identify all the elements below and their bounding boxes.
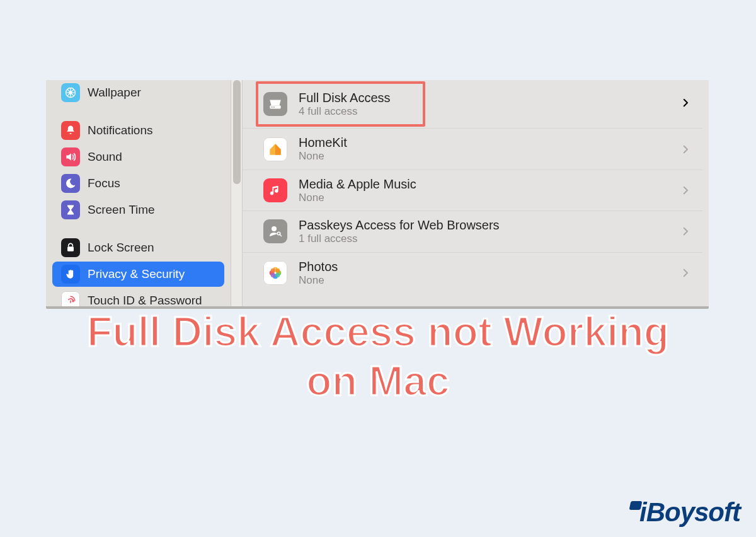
home-icon — [263, 137, 287, 161]
hourglass-icon — [61, 200, 80, 219]
moon-icon — [61, 174, 80, 193]
lock-icon — [61, 238, 80, 257]
svg-rect-5 — [273, 107, 275, 108]
sidebar-item-label: Screen Time — [88, 203, 155, 217]
row-title: Full Disk Access — [299, 90, 420, 105]
svg-rect-2 — [67, 246, 74, 251]
row-photos[interactable]: Photos None — [243, 252, 702, 293]
row-text: HomeKit None — [299, 135, 680, 163]
chevron-right-icon — [680, 185, 691, 196]
fingerprint-icon — [61, 291, 80, 306]
sidebar-item-label: Notifications — [88, 124, 153, 137]
svg-point-13 — [275, 273, 280, 277]
sidebar-item-label: Sound — [88, 150, 122, 164]
music-icon — [263, 178, 287, 202]
row-text: Media & Apple Music None — [299, 176, 680, 204]
svg-point-1 — [69, 91, 72, 94]
sidebar-item-focus[interactable]: Focus — [52, 171, 224, 196]
brand-mark-icon — [629, 501, 643, 510]
scrollbar-thumb[interactable] — [233, 80, 241, 184]
row-subtitle: None — [299, 274, 680, 287]
sidebar-item-label: Focus — [88, 176, 120, 190]
row-subtitle: None — [299, 192, 680, 204]
sidebar-item-label: Wallpaper — [88, 86, 141, 100]
chevron-right-icon — [680, 267, 691, 279]
sidebar-item-label: Touch ID & Password — [88, 294, 202, 306]
sidebar-item-sound[interactable]: Sound — [52, 144, 224, 170]
privacy-list: Full Disk Access 4 full access HomeKi — [243, 80, 702, 293]
disk-icon — [263, 92, 287, 116]
caption-line-2: on Mac — [306, 357, 449, 404]
photos-icon — [263, 261, 287, 285]
sidebar-item-label: Lock Screen — [88, 241, 154, 255]
brand-text: iBoysoft — [639, 497, 740, 528]
wallpaper-icon — [61, 83, 80, 102]
highlight-frame: Full Disk Access 4 full access — [256, 81, 425, 127]
chevron-right-icon — [680, 144, 691, 155]
settings-sidebar: Wallpaper Notifications Sound Focus — [46, 80, 231, 306]
sidebar-item-screen-time[interactable]: Screen Time — [52, 197, 224, 222]
brand-logo: iBoysoft — [630, 497, 740, 528]
person-key-icon — [263, 219, 287, 243]
row-subtitle: 4 full access — [299, 105, 420, 118]
sidebar-item-touch-id[interactable]: Touch ID & Password — [52, 288, 224, 306]
row-full-disk-access[interactable]: Full Disk Access 4 full access — [258, 84, 423, 124]
svg-point-15 — [271, 268, 275, 272]
row-subtitle: 1 full access — [299, 233, 680, 245]
row-text: Photos None — [299, 259, 680, 287]
row-subtitle: None — [299, 150, 680, 163]
row-title: Passkeys Access for Web Browsers — [299, 217, 680, 233]
privacy-content: Full Disk Access 4 full access HomeKi — [243, 80, 709, 306]
svg-point-6 — [272, 226, 277, 231]
chevron-right-icon — [680, 226, 691, 237]
bell-icon — [61, 121, 80, 140]
svg-point-12 — [275, 268, 280, 272]
hand-icon — [61, 265, 80, 284]
sidebar-item-notifications[interactable]: Notifications — [52, 118, 224, 143]
row-text: Full Disk Access 4 full access — [299, 90, 420, 118]
svg-point-14 — [271, 273, 275, 277]
sound-icon — [61, 147, 80, 166]
sidebar-scrollbar[interactable] — [231, 80, 243, 306]
row-text: Passkeys Access for Web Browsers 1 full … — [299, 217, 680, 245]
sidebar-item-label: Privacy & Security — [88, 267, 185, 281]
sidebar-item-wallpaper[interactable]: Wallpaper — [52, 80, 224, 105]
row-passkeys[interactable]: Passkeys Access for Web Browsers 1 full … — [243, 211, 702, 251]
sidebar-item-lock-screen[interactable]: Lock Screen — [52, 235, 224, 260]
row-homekit[interactable]: HomeKit None — [243, 128, 702, 169]
highlight-full-disk-access: Full Disk Access 4 full access — [243, 80, 702, 128]
row-title: Photos — [299, 259, 680, 274]
caption-line-1: Full Disk Access not Working — [87, 308, 669, 355]
chevron-right-icon — [680, 97, 691, 111]
system-settings-window: Wallpaper Notifications Sound Focus — [46, 80, 709, 309]
sidebar-item-privacy-security[interactable]: Privacy & Security — [52, 262, 224, 287]
row-media-music[interactable]: Media & Apple Music None — [243, 170, 702, 211]
row-title: Media & Apple Music — [299, 176, 680, 192]
row-title: HomeKit — [299, 135, 680, 150]
caption-text: Full Disk Access not Working on Mac — [0, 308, 756, 406]
svg-rect-4 — [272, 107, 273, 108]
